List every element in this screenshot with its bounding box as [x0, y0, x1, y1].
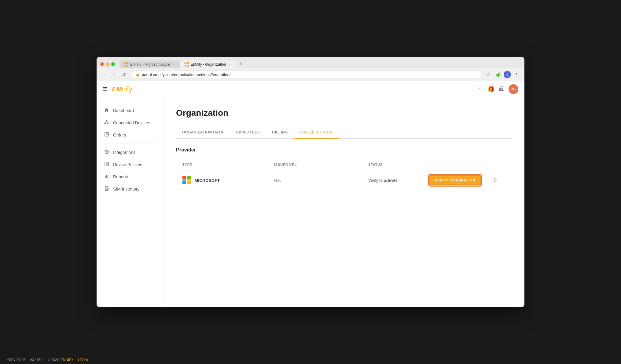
reload-button[interactable]: ↺: [120, 70, 128, 79]
gift-icon[interactable]: 🎁: [488, 86, 494, 93]
sidebar-item-integrations[interactable]: Integrations: [97, 146, 164, 158]
issuer-url-cell: N/A: [274, 178, 368, 183]
address-bar-url: portal.emnify.com/organisation-settings/…: [142, 72, 230, 77]
verify-integration-button[interactable]: VERIFY INTEGRATION: [429, 175, 491, 185]
help-icon[interactable]: ?: [475, 85, 483, 93]
back-button[interactable]: ←: [100, 70, 109, 79]
col-header-type: TYPE: [182, 163, 274, 166]
microsoft-logo: [182, 176, 191, 184]
ms-green-square: [187, 176, 191, 180]
traffic-lights: [100, 62, 115, 66]
sidebar-item-orders[interactable]: Orders: [97, 129, 164, 141]
provider-section-title: Provider: [176, 147, 512, 153]
ms-red-square: [182, 176, 186, 180]
status-cell: Verify to activate: [368, 178, 429, 183]
sidebar-item-sim-inventory[interactable]: SIM Inventory: [97, 183, 164, 195]
sidebar-label-dashboard: Dashboard: [113, 108, 134, 113]
sidebar-label-reports: Reports: [113, 174, 128, 179]
sidebar: Dashboard Connected Devices: [97, 81, 164, 307]
svg-rect-5: [187, 62, 189, 64]
forward-button[interactable]: →: [110, 70, 119, 79]
svg-line-11: [105, 122, 107, 123]
integrations-icon: [104, 149, 109, 155]
table-row: MICROSOFT N/A Verify to activate VERIFY …: [176, 170, 512, 190]
hamburger-button[interactable]: ☰: [103, 86, 108, 93]
col-header-delete: [491, 163, 506, 166]
svg-point-8: [106, 120, 107, 122]
home-icon: [104, 107, 109, 114]
tab-label-1: EMnify - Microsoft Azure: [130, 62, 170, 67]
svg-rect-3: [127, 65, 128, 67]
svg-rect-7: [187, 65, 189, 67]
tabs-navigation: ORGANIZATION DATA EMPLOYEES BILLING SING…: [176, 126, 512, 139]
sidebar-item-connected-devices[interactable]: Connected Devices: [97, 117, 164, 129]
sidebar-label-orders: Orders: [113, 133, 126, 137]
page-title: Organization: [176, 108, 512, 118]
maximize-button[interactable]: [111, 62, 115, 66]
user-avatar[interactable]: JS: [509, 84, 518, 94]
tab-billing[interactable]: BILLING: [266, 126, 294, 139]
sidebar-item-dashboard[interactable]: Dashboard: [97, 104, 164, 117]
tab-organization-data[interactable]: ORGANIZATION DATA: [176, 126, 230, 139]
sim-icon: [104, 186, 109, 192]
delete-button[interactable]: [491, 175, 500, 185]
svg-rect-4: [185, 62, 186, 64]
menu-icon[interactable]: ⋮: [512, 70, 521, 79]
profile-icon[interactable]: J: [504, 71, 511, 78]
svg-rect-18: [106, 175, 107, 178]
address-bar[interactable]: 🔒 portal.emnify.com/organisation-setting…: [131, 71, 482, 79]
table-header: TYPE ISSUER URL STATUS: [176, 159, 512, 170]
extension-icon[interactable]: 🧩: [494, 70, 502, 79]
close-button[interactable]: [100, 62, 104, 66]
provider-type-cell: MICROSOFT: [182, 176, 274, 184]
devices-icon: [104, 120, 109, 126]
bank-icon[interactable]: 🏛: [499, 86, 504, 92]
svg-line-12: [107, 122, 108, 123]
col-header-actions: [429, 163, 491, 166]
svg-rect-21: [106, 188, 108, 190]
svg-rect-19: [108, 175, 108, 178]
provider-table: TYPE ISSUER URL STATUS: [176, 159, 512, 190]
tab-favicon-2: [185, 62, 189, 67]
tab-close-1[interactable]: ✕: [172, 62, 176, 67]
sidebar-label-device-policies: Device Policies: [113, 162, 142, 167]
reports-icon: [104, 174, 109, 180]
provider-type-label: MICROSOFT: [195, 178, 220, 183]
bookmark-icon[interactable]: ☆: [484, 70, 493, 79]
tab-employees[interactable]: EMPLOYEES: [230, 126, 266, 139]
svg-point-9: [105, 123, 106, 124]
tab-favicon-1: [124, 62, 128, 67]
provider-section: Provider TYPE ISSUER URL STATUS: [176, 147, 512, 190]
svg-rect-0: [124, 62, 126, 64]
nav-buttons: ← → ↺: [100, 70, 128, 79]
device-policies-icon: [104, 162, 109, 168]
col-header-issuer-url: ISSUER URL: [274, 163, 368, 166]
orders-icon: [104, 132, 109, 138]
sidebar-item-reports[interactable]: Reports: [97, 171, 164, 183]
svg-rect-1: [127, 62, 128, 64]
svg-rect-17: [105, 176, 106, 178]
sidebar-divider: [104, 144, 156, 144]
tab-single-sign-on[interactable]: SINGLE SIGN-ON: [294, 126, 339, 139]
browser-actions: ☆ 🧩 J ⋮: [484, 70, 521, 79]
app-logo: EMnify: [112, 85, 132, 93]
browser-tab-2[interactable]: EMnify - Organization ✕: [180, 60, 236, 68]
sidebar-label-integrations: Integrations: [113, 150, 135, 155]
svg-rect-6: [185, 65, 186, 67]
sidebar-item-device-policies[interactable]: Device Policies: [97, 158, 164, 171]
col-header-status: STATUS: [368, 163, 429, 166]
sidebar-label-connected-devices: Connected Devices: [113, 120, 150, 125]
sidebar-label-sim-inventory: SIM Inventory: [113, 187, 139, 191]
svg-rect-13: [105, 133, 108, 136]
browser-tab-1[interactable]: EMnify - Microsoft Azure ✕: [120, 60, 180, 68]
verify-btn-label[interactable]: VERIFY INTEGRATION: [429, 175, 481, 185]
ms-yellow-square: [187, 180, 191, 184]
tab-close-2[interactable]: ✕: [228, 62, 232, 67]
main-content: Organization ORGANIZATION DATA EMPLOYEES…: [164, 97, 524, 307]
new-tab-button[interactable]: +: [236, 60, 245, 68]
lock-icon: 🔒: [135, 72, 140, 77]
tab-label-2: EMnify - Organization: [191, 62, 226, 67]
svg-rect-2: [124, 65, 126, 67]
svg-point-10: [108, 123, 109, 124]
minimize-button[interactable]: [106, 62, 109, 66]
